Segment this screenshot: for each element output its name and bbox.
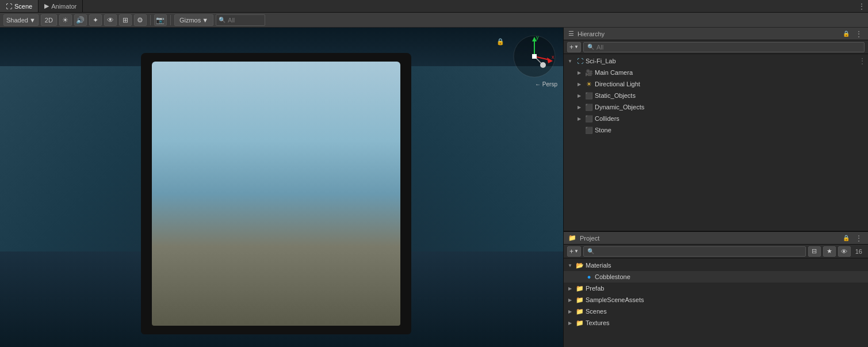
2d-toggle[interactable]: 2D: [41, 14, 57, 26]
gizmo-widget[interactable]: y x 🔒 ← Persp: [511, 33, 557, 79]
colliders-label: Colliders: [595, 115, 866, 122]
svg-rect-7: [532, 54, 537, 59]
add-chevron-icon: ▼: [574, 44, 579, 49]
project-header: 📁 Project 🔒 ⋮: [564, 232, 868, 245]
prefab-expand-icon[interactable]: ▶: [566, 284, 574, 292]
project-filter-btn[interactable]: ⊟: [808, 246, 821, 257]
tab-scene[interactable]: ⛶ Scene: [0, 0, 39, 12]
project-panel: 📁 Project 🔒 ⋮ + ▼ 🔍: [564, 232, 868, 347]
scenes-label: Scenes: [586, 308, 866, 315]
svg-point-6: [540, 62, 546, 68]
tab-menu-btn[interactable]: ⋮: [855, 0, 868, 13]
search-icon: 🔍: [219, 17, 225, 23]
scene-search-box[interactable]: 🔍: [216, 14, 265, 26]
project-menu-btn[interactable]: ⋮: [854, 234, 863, 243]
hierarchy-panel: ☰ Hierarchy 🔒 ⋮ + ▼ 🔍: [564, 28, 868, 232]
camera-expand-icon[interactable]: ▶: [575, 68, 583, 77]
root-expand-icon[interactable]: ▼: [566, 57, 574, 65]
light-expand-icon[interactable]: ▶: [575, 80, 583, 88]
hierarchy-lock-btn[interactable]: 🔒: [842, 29, 851, 39]
prefab-folder-icon: 📁: [575, 284, 584, 293]
hier-item-stone[interactable]: ⬛ Stone: [564, 124, 868, 136]
project-search-input[interactable]: [596, 248, 802, 255]
eye-icon: 👁: [841, 248, 847, 255]
materials-folder-icon: 📂: [575, 261, 584, 270]
tool-btn[interactable]: ⚙: [134, 14, 147, 26]
grid-btn[interactable]: ⊞: [119, 14, 132, 26]
cobblestone-label: Cobblestone: [595, 273, 866, 280]
hierarchy-search-icon: 🔍: [587, 44, 594, 50]
textures-expand-icon[interactable]: ▶: [566, 319, 574, 327]
project-lock-btn[interactable]: 🔒: [842, 234, 851, 243]
top-tab-bar: ⛶ Scene ▶ Animator ⋮: [0, 0, 868, 13]
sample-folder-icon: 📁: [575, 295, 584, 304]
light-icon: ☀: [584, 79, 594, 89]
audio-btn[interactable]: 🔊: [74, 14, 87, 26]
cobblestone-expand-icon: [575, 273, 583, 281]
scene-search-input[interactable]: [228, 17, 262, 24]
proj-item-materials[interactable]: ▼ 📂 Materials: [564, 260, 868, 271]
project-search[interactable]: 🔍: [583, 246, 806, 257]
hier-item-static-objects[interactable]: ▶ ⬛ Static_Objects: [564, 90, 868, 101]
scene-toolbar: Shaded ▼ 2D ☀ 🔊 ✦ 👁 ⊞ ⚙ 📷 Gizmos ▼ 🔍: [0, 13, 868, 28]
colliders-expand-icon[interactable]: ▶: [575, 115, 583, 123]
light-label: Directional Light: [595, 81, 866, 87]
gizmos-btn[interactable]: Gizmos ▼: [174, 14, 213, 26]
colliders-cube-icon: ⬛: [584, 114, 594, 123]
dynamic-expand-icon[interactable]: ▶: [575, 103, 583, 111]
hierarchy-search[interactable]: 🔍: [583, 42, 865, 52]
stone-expand-icon[interactable]: [575, 126, 583, 134]
hierarchy-search-input[interactable]: [596, 44, 861, 51]
gizmos-label: Gizmos: [179, 17, 201, 24]
hier-item-colliders[interactable]: ▶ ⬛ Colliders: [564, 113, 868, 124]
sample-label: SampleSceneAssets: [586, 296, 866, 303]
hier-item-directional-light[interactable]: ▶ ☀ Directional Light: [564, 78, 868, 90]
camera-icon: 🎥: [584, 68, 594, 77]
proj-item-scenes[interactable]: ▶ 📁 Scenes: [564, 306, 868, 317]
proj-item-textures[interactable]: ▶ 📁 Textures: [564, 317, 868, 329]
scene-view[interactable]: y x 🔒 ← Persp: [0, 28, 563, 347]
lighting-btn[interactable]: ☀: [59, 14, 72, 26]
shading-label: Shaded: [6, 17, 28, 24]
camera-btn[interactable]: 📷: [154, 14, 167, 26]
hierarchy-header: ☰ Hierarchy 🔒 ⋮: [564, 28, 868, 40]
sample-expand-icon[interactable]: ▶: [566, 296, 574, 304]
project-star-btn[interactable]: ★: [823, 246, 836, 257]
hierarchy-menu-btn[interactable]: ⋮: [854, 29, 863, 39]
proj-item-cobblestone[interactable]: ● Cobblestone: [564, 271, 868, 283]
proj-item-prefab[interactable]: ▶ 📁 Prefab: [564, 283, 868, 294]
proj-item-sample-scene-assets[interactable]: ▶ 📁 SampleSceneAssets: [564, 294, 868, 306]
filter-icon: ⊟: [812, 247, 817, 255]
static-expand-icon[interactable]: ▶: [575, 91, 583, 100]
static-cube-icon: ⬛: [584, 91, 594, 100]
root-menu-btn[interactable]: ⋮: [859, 57, 866, 65]
root-label: Sci-Fi_Lab: [586, 58, 858, 64]
shading-dropdown[interactable]: Shaded ▼: [3, 14, 39, 26]
proj-add-icon: +: [569, 247, 573, 256]
star-icon: ★: [827, 247, 832, 255]
animator-tab-label: Animator: [51, 3, 77, 10]
cobblestone-material-icon: ●: [584, 272, 594, 281]
effects-btn[interactable]: ✦: [89, 14, 102, 26]
materials-expand-icon[interactable]: ▼: [566, 261, 574, 269]
project-eye-btn[interactable]: 👁: [838, 246, 851, 257]
hier-item-root[interactable]: ▼ ⛶ Sci-Fi_Lab ⋮: [564, 55, 868, 67]
hierarchy-panel-icon: ☰: [568, 30, 574, 37]
project-add-btn[interactable]: + ▼: [567, 246, 581, 257]
scene-tab-icon: ⛶: [6, 3, 12, 10]
right-panel: ☰ Hierarchy 🔒 ⋮ + ▼ 🔍: [563, 28, 868, 347]
textures-label: Textures: [586, 319, 866, 326]
root-scene-icon: ⛶: [575, 56, 584, 66]
main-layout: y x 🔒 ← Persp ☰ Hierarchy 🔒: [0, 28, 868, 347]
project-lock-icon: 🔒: [843, 235, 850, 241]
hierarchy-toolbar: + ▼ 🔍: [564, 40, 868, 54]
scenes-folder-icon: 📁: [575, 307, 584, 316]
stone-label: Stone: [595, 127, 866, 134]
scenes-expand-icon[interactable]: ▶: [566, 307, 574, 315]
toolbar-sep-1: [150, 15, 151, 25]
hierarchy-add-btn[interactable]: + ▼: [567, 42, 581, 52]
hier-item-dynamic-objects[interactable]: ▶ ⬛ Dynamic_Objects: [564, 101, 868, 113]
hide-btn[interactable]: 👁: [104, 14, 117, 26]
tab-animator[interactable]: ▶ Animator: [39, 0, 83, 12]
hier-item-main-camera[interactable]: ▶ 🎥 Main Camera: [564, 67, 868, 78]
